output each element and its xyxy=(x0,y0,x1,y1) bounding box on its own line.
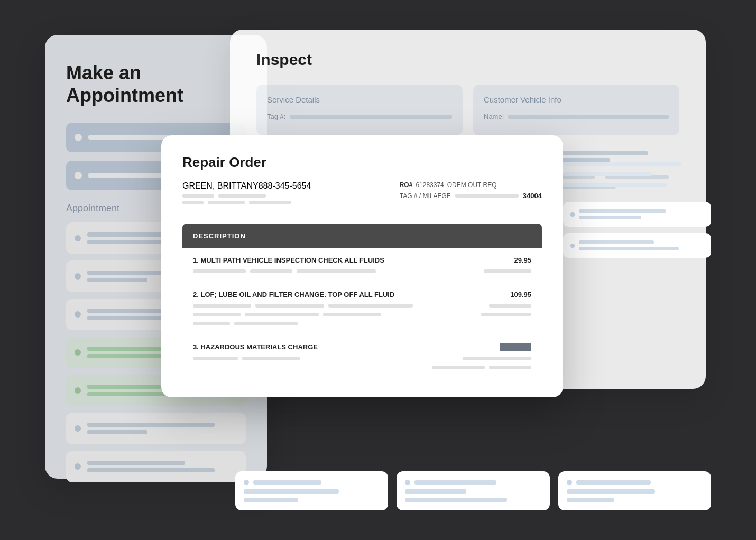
tag-value: 34004 xyxy=(523,192,542,200)
item-number: 3. xyxy=(193,343,200,351)
bottom-line xyxy=(253,480,321,485)
skel-bar xyxy=(463,357,531,360)
list-dot xyxy=(75,463,81,470)
right-line xyxy=(579,240,654,244)
customer-vehicle-label: Customer Vehicle Info xyxy=(484,95,669,104)
skel-bar xyxy=(249,201,291,204)
bottom-line xyxy=(244,489,339,494)
item-lines xyxy=(554,151,679,162)
right-lines xyxy=(579,209,704,219)
bottom-dot xyxy=(244,480,249,485)
list-lines xyxy=(87,461,237,472)
list-line xyxy=(87,461,185,465)
list-dot xyxy=(75,311,81,318)
skel-bar xyxy=(563,172,652,176)
list-item[interactable] xyxy=(66,451,246,482)
skel-bar xyxy=(193,313,241,316)
skel-bar xyxy=(193,357,238,360)
skel-bar xyxy=(297,269,376,273)
skel-bar xyxy=(245,313,319,316)
list-dot xyxy=(75,273,81,280)
inspect-title: Inspect xyxy=(256,51,679,69)
repair-order-card: Repair Order GREEN, BRITTANY 888-345-565… xyxy=(161,135,563,397)
customer-skeleton xyxy=(182,194,311,204)
input-dot xyxy=(75,172,82,179)
bottom-skeleton-area xyxy=(235,471,711,510)
appointment-title: Make an Appointment xyxy=(66,61,246,107)
skel-bar xyxy=(193,322,230,325)
list-dot xyxy=(75,425,81,432)
skel-row xyxy=(193,357,531,360)
skel-bar xyxy=(484,269,531,273)
skel-row xyxy=(182,194,311,198)
skel-bar xyxy=(242,357,300,360)
bottom-line xyxy=(244,498,298,502)
item-header: 2. LOF; LUBE OIL AND FILTER CHANGE. TOP … xyxy=(193,291,531,299)
scene: Make an Appointment Appointment xyxy=(34,19,722,521)
skel-bar xyxy=(432,366,485,369)
list-line xyxy=(87,423,215,427)
item-price: 109.95 xyxy=(510,291,531,299)
item-title: 3. HAZARDOUS MATERIALS CHARGE xyxy=(193,343,318,351)
list-line xyxy=(87,278,147,282)
bottom-line xyxy=(405,489,466,494)
bottom-line xyxy=(414,480,496,485)
right-lines xyxy=(579,240,704,250)
item-skeleton xyxy=(193,304,531,325)
description-header: DESCRIPTION xyxy=(182,224,542,248)
skel-bar xyxy=(323,313,381,316)
right-line xyxy=(579,216,641,219)
right-skeleton-area xyxy=(563,162,711,258)
skel-row xyxy=(193,269,531,273)
bottom-dot xyxy=(405,480,410,485)
ro-number-line: RO# 61283374 ODEM OUT REQ xyxy=(400,181,542,189)
right-dot xyxy=(570,212,575,217)
tag-line: TAG # / MILAEGE 34004 xyxy=(400,192,542,200)
skel-bar xyxy=(182,201,204,204)
repair-order-title: Repair Order xyxy=(182,154,542,171)
list-item[interactable] xyxy=(66,413,246,444)
skel-row xyxy=(182,201,311,204)
bottom-line xyxy=(405,498,507,502)
input-line xyxy=(88,173,162,178)
bottom-line xyxy=(567,498,614,502)
ro-right-info: RO# 61283374 ODEM OUT REQ TAG # / MILAEG… xyxy=(400,181,542,200)
list-dot xyxy=(75,387,81,394)
service-details-panel: Service Details Tag #: xyxy=(256,85,463,135)
customer-vehicle-panel: Customer Vehicle Info Name: xyxy=(473,85,679,135)
bottom-card-row xyxy=(244,480,380,485)
item-title: 2. LOF; LUBE OIL AND FILTER CHANGE. TOP … xyxy=(193,291,394,299)
skel-row xyxy=(193,366,531,369)
skel-bar xyxy=(563,162,681,166)
name-value-bar xyxy=(508,115,669,119)
bottom-card xyxy=(558,471,711,510)
ro-type: ODEM OUT REQ xyxy=(447,181,497,189)
skel-bar xyxy=(234,322,298,325)
description-table: DESCRIPTION 1. MULTI PATH VEHICLE INSPEC… xyxy=(182,224,542,378)
list-line xyxy=(87,468,215,472)
list-dot xyxy=(75,235,81,241)
ro-number: 61283374 xyxy=(416,181,444,189)
ro-customer-info: GREEN, BRITTANY 888-345-5654 xyxy=(182,181,311,213)
right-dot xyxy=(570,244,575,248)
description-label: DESCRIPTION xyxy=(193,232,246,240)
skel-row xyxy=(193,304,531,308)
list-dot xyxy=(75,349,81,356)
bottom-card xyxy=(235,471,388,510)
service-details-label: Service Details xyxy=(267,95,452,104)
tag-bar xyxy=(455,194,519,198)
item-header: 3. HAZARDOUS MATERIALS CHARGE xyxy=(193,343,531,351)
name-field: Name: xyxy=(484,113,669,120)
item-description: HAZARDOUS MATERIALS CHARGE xyxy=(200,343,317,351)
item-number: 2. xyxy=(193,291,200,299)
repair-order-item-1: 1. MULTI PATH VEHICLE INSPECTION CHECK A… xyxy=(182,248,542,282)
list-line xyxy=(87,430,147,434)
bottom-card-row xyxy=(405,480,541,485)
right-card-item xyxy=(563,233,711,258)
item-skeleton xyxy=(193,269,531,273)
bottom-card xyxy=(397,471,549,510)
tag-label: TAG # / MILAEGE xyxy=(400,192,451,200)
right-card-item xyxy=(563,202,711,227)
customer-name: GREEN, BRITTANY xyxy=(182,181,259,191)
repair-order-item-2: 2. LOF; LUBE OIL AND FILTER CHANGE. TOP … xyxy=(182,282,542,334)
